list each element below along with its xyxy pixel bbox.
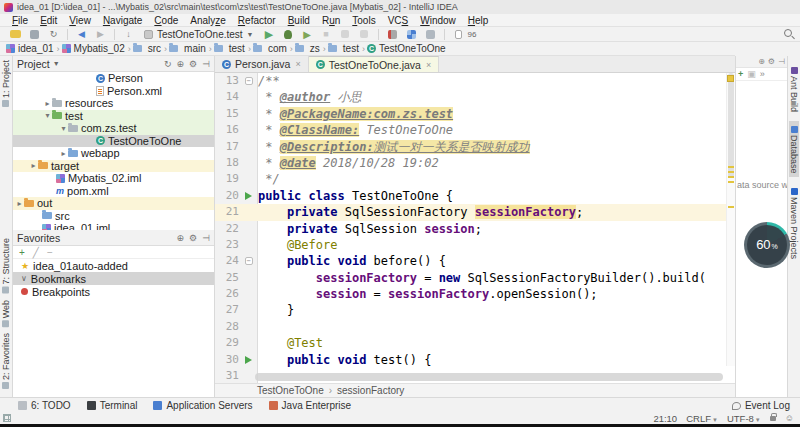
locate-icon[interactable]: ⊕	[177, 233, 185, 243]
code-line-15[interactable]: 15 * @PackageName:com.zs.test	[215, 106, 735, 122]
breadcrumb-item[interactable]: test›	[328, 43, 365, 54]
menu-item-build[interactable]: Build	[282, 15, 316, 26]
tree-item-person[interactable]: CPerson	[13, 72, 214, 85]
code-line-19[interactable]: 19 */	[215, 171, 735, 187]
tree-item-person-xml[interactable]: Person.xml	[13, 85, 214, 98]
add-datasource-icon[interactable]: +	[738, 69, 743, 79]
gear-icon[interactable]: ⚙	[189, 59, 197, 69]
menu-item-help[interactable]: Help	[462, 15, 495, 26]
stripe-button-ant-build[interactable]: Ant Build	[789, 62, 799, 115]
tree-toggle-icon[interactable]: ▸	[59, 149, 68, 158]
close-icon[interactable]: ×	[295, 59, 300, 69]
breadcrumb-item[interactable]: zs›	[295, 43, 326, 54]
code-line-14[interactable]: 14 * @author 小思	[215, 89, 735, 105]
run-icon[interactable]	[245, 192, 252, 200]
menu-item-navigate[interactable]: Navigate	[97, 15, 148, 26]
menu-item-refactor[interactable]: Refactor	[232, 15, 282, 26]
tree-item-target[interactable]: ▸target	[13, 160, 214, 173]
project-panel-title[interactable]: Project	[17, 58, 50, 70]
tree-item-src[interactable]: src	[13, 210, 214, 223]
sync-icon[interactable]: ↻	[47, 29, 60, 40]
menu-item-view[interactable]: View	[63, 15, 97, 26]
tool-window-button-6-todo[interactable]: 6: TODO	[18, 400, 71, 411]
menu-item-tools[interactable]: Tools	[346, 15, 381, 26]
fold-icon[interactable]: −	[245, 257, 253, 265]
debug-icon[interactable]	[282, 29, 295, 40]
annotate-icon[interactable]: ↓	[122, 29, 135, 40]
menu-item-file[interactable]: File	[6, 15, 34, 26]
tree-toggle-icon[interactable]: ▾	[59, 124, 68, 133]
tree-item-out[interactable]: ▸out	[13, 197, 214, 210]
locate-icon[interactable]: ⊕	[177, 59, 185, 69]
add-favorite-icon[interactable]: +	[19, 247, 25, 258]
gear-icon[interactable]: ⚙	[189, 233, 197, 243]
scrollbar-thumb[interactable]	[728, 73, 734, 178]
breadcrumb-item[interactable]: test›	[214, 43, 251, 54]
stripe-button-database[interactable]: Database	[789, 121, 799, 177]
favorites-item-breakpoints[interactable]: Breakpoints	[13, 285, 214, 298]
hide-panel-icon[interactable]: ⊣	[778, 57, 785, 66]
close-icon[interactable]: ×	[426, 60, 431, 70]
tree-item-testonetoone[interactable]: CTestOneToOne	[13, 135, 214, 148]
locate-icon[interactable]: ⊕	[758, 57, 765, 66]
breadcrumb-item[interactable]: com›	[253, 43, 293, 54]
breadcrumb-class[interactable]: TestOneToOne	[257, 385, 324, 396]
sdk-icon[interactable]	[424, 29, 437, 40]
settings-wrench-icon[interactable]	[386, 29, 399, 40]
file-encoding[interactable]: UTF-8▼	[727, 413, 761, 424]
run-gutter-icon[interactable]	[239, 352, 258, 368]
menu-item-window[interactable]: Window	[414, 15, 462, 26]
code-line-16[interactable]: 16 * @ClassName: TestOneToOne	[215, 122, 735, 138]
stripe-button-2-favorites[interactable]: 2: Favorites	[1, 333, 11, 391]
favorites-item-bookmarks[interactable]: ∨Bookmarks	[13, 272, 214, 285]
editor-tab-testonetoone-java[interactable]: CTestOneToOne.java×	[309, 56, 439, 72]
tree-item-pom-xml[interactable]: mpom.xml	[13, 185, 214, 198]
menu-item-analyze[interactable]: Analyze	[184, 15, 232, 26]
code-line-28[interactable]: 28	[215, 319, 735, 335]
code-line-30[interactable]: 30 public void test() {	[215, 352, 735, 368]
horizontal-scrollbar[interactable]	[255, 373, 723, 381]
breadcrumb-item[interactable]: CTestOneToOne	[367, 43, 446, 54]
hide-panel-icon[interactable]: ⊣	[202, 233, 210, 243]
stripe-button-web[interactable]: Web	[1, 300, 11, 329]
stripe-button-maven-projects[interactable]: Maven Projects	[789, 183, 799, 262]
breadcrumb-item[interactable]: src›	[133, 43, 167, 54]
face-icon[interactable]: ☺	[785, 413, 794, 423]
run-gutter-icon[interactable]	[239, 188, 258, 204]
fold-icon[interactable]: −	[239, 253, 258, 269]
save-icon[interactable]	[28, 29, 41, 40]
project-structure-icon[interactable]	[405, 29, 418, 40]
code-area[interactable]: 13−/**14 * @author 小思15 * @PackageName:c…	[215, 73, 735, 383]
breadcrumb-item[interactable]: idea_01›	[6, 43, 60, 54]
open-folder-icon[interactable]	[9, 29, 22, 40]
code-line-21[interactable]: 21 private SqlSessionFactory sessionFact…	[215, 204, 735, 220]
breadcrumb-item[interactable]: main›	[169, 43, 212, 54]
code-line-25[interactable]: 25 sessionFactory = new SqlSessionFactor…	[215, 270, 735, 286]
caret-position[interactable]: 21:10	[653, 413, 677, 424]
event-log-button[interactable]: Event Log	[732, 398, 790, 413]
tree-item-com-zs-test[interactable]: ▾com.zs.test	[13, 122, 214, 135]
tree-toggle-icon[interactable]: ▸	[15, 199, 24, 208]
code-line-13[interactable]: 13−/**	[215, 73, 735, 89]
tool-window-button-application-servers[interactable]: Application Servers	[153, 400, 252, 411]
tool-window-button-terminal[interactable]: Terminal	[87, 400, 138, 411]
tree-item-webapp[interactable]: ▸webapp	[13, 147, 214, 160]
menu-item-edit[interactable]: Edit	[34, 15, 63, 26]
duplicate-icon[interactable]: ▣	[747, 69, 756, 79]
menu-item-vcs[interactable]: VCS	[382, 15, 415, 26]
tree-toggle-icon[interactable]: ▸	[43, 99, 52, 108]
line-separator[interactable]: CRLF▼	[686, 413, 718, 424]
chevron-down-icon[interactable]: ▼	[53, 60, 60, 67]
tree-item-mybatis_02-iml[interactable]: Mybatis_02.iml	[13, 172, 214, 185]
back-icon[interactable]: ◀	[75, 29, 88, 40]
favorites-item-idea_01[interactable]: ★idea_01auto-added	[13, 259, 214, 272]
code-line-24[interactable]: 24− public void before() {	[215, 253, 735, 269]
gear-icon[interactable]: ⚙	[768, 57, 775, 66]
tool-window-button-java-enterprise[interactable]: Java Enterprise	[269, 400, 351, 411]
run-icon[interactable]: ▶	[263, 29, 276, 40]
more-icon[interactable]: »	[760, 69, 765, 79]
menu-item-run[interactable]: Run	[316, 15, 346, 26]
stripe-button-7-structure[interactable]: 7: Structure	[1, 238, 11, 296]
tree-toggle-icon[interactable]: ▸	[29, 161, 38, 170]
search-icon[interactable]	[784, 29, 792, 37]
